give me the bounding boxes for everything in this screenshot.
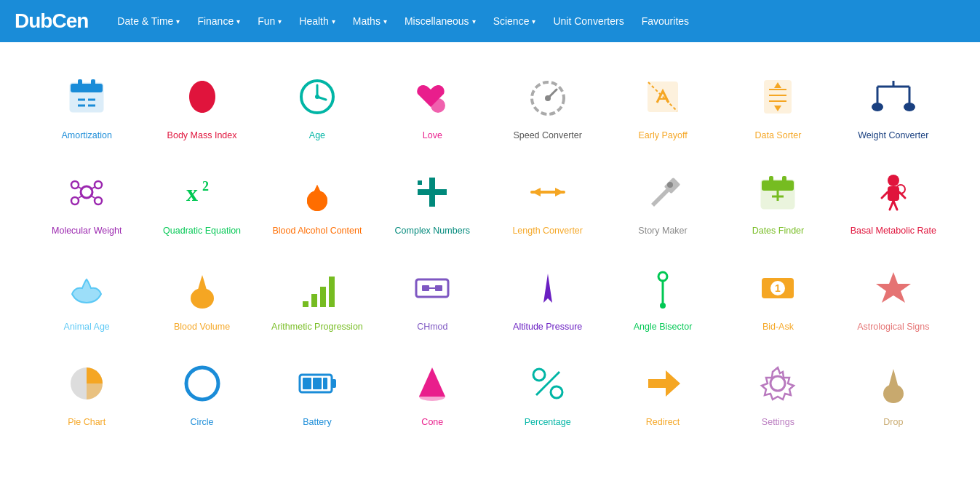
card-dates-finder[interactable]: Dates Finder: [720, 152, 835, 247]
svg-point-91: [533, 369, 545, 381]
chmod-icon: [407, 263, 458, 314]
pie-chart-icon: [61, 358, 112, 409]
card-label-quadratic-equation: Quadratic Equation: [163, 225, 241, 236]
card-molecular-weight[interactable]: Molecular Weight: [29, 152, 144, 247]
card-chmod[interactable]: CHmod: [375, 248, 490, 343]
data-sorter-icon: [752, 71, 803, 122]
card-percentage[interactable]: Percentage: [490, 343, 605, 439]
svg-point-33: [95, 181, 102, 188]
nav-item-finance[interactable]: Finance ▾: [190, 11, 247, 31]
length-converter-icon: [522, 167, 573, 218]
svg-point-35: [95, 197, 102, 204]
card-length-converter[interactable]: Length Converter: [490, 152, 605, 247]
astrological-signs-icon: [868, 263, 919, 314]
card-label-early-payoff: Early Payoff: [638, 130, 687, 141]
card-label-arithmetic-progression: Arithmetic Progression: [271, 321, 363, 333]
svg-rect-1: [71, 84, 103, 92]
nav-item-health[interactable]: Health ▾: [292, 11, 342, 31]
basal-metabolic-rate-icon: [868, 167, 919, 218]
card-basal-metabolic-rate[interactable]: Basal Metabolic Rate: [836, 152, 951, 247]
animal-age-icon: [61, 263, 112, 314]
svg-line-63: [893, 201, 897, 210]
svg-line-11: [317, 97, 326, 100]
svg-rect-56: [769, 176, 773, 185]
love-icon: [407, 71, 458, 122]
card-label-molecular-weight: Molecular Weight: [52, 225, 121, 236]
card-weight-converter[interactable]: Weight Converter: [836, 57, 951, 152]
card-label-astrological-signs: Astrological Signs: [857, 321, 929, 333]
svg-rect-68: [320, 287, 326, 307]
card-blood-alcohol-content[interactable]: Blood Alcohol Content: [260, 152, 375, 247]
card-settings[interactable]: Settings: [720, 343, 835, 439]
svg-point-83: [186, 367, 218, 399]
battery-icon: [292, 358, 343, 409]
card-age[interactable]: Age: [260, 57, 375, 152]
card-angle-bisector[interactable]: Angle Bisector: [605, 248, 720, 343]
early-payoff-icon: [637, 71, 688, 122]
svg-rect-87: [313, 378, 322, 389]
nav-item-science[interactable]: Science ▾: [486, 11, 543, 31]
card-complex-numbers[interactable]: Complex Numbers: [375, 152, 490, 247]
svg-rect-85: [332, 379, 336, 388]
svg-point-75: [658, 272, 667, 281]
redirect-icon: [637, 358, 688, 409]
card-speed-converter[interactable]: Speed Converter: [490, 57, 605, 152]
nav-item-date-&-time[interactable]: Date & Time ▾: [110, 11, 187, 31]
card-quadratic-equation[interactable]: x 2 Quadratic Equation: [144, 152, 259, 247]
nav-item-fun[interactable]: Fun ▾: [250, 11, 289, 31]
card-redirect[interactable]: Redirect: [605, 343, 720, 439]
svg-line-60: [882, 192, 888, 198]
amortization-icon: [61, 71, 112, 122]
card-label-blood-volume: Blood Volume: [174, 321, 230, 333]
card-label-love: Love: [423, 130, 442, 141]
card-cone[interactable]: Cone: [375, 343, 490, 439]
settings-icon: [752, 358, 803, 409]
card-body-mass-index[interactable]: Body Mass Index: [144, 57, 259, 152]
card-astrological-signs[interactable]: Astrological Signs: [836, 248, 951, 343]
svg-text:x: x: [186, 180, 198, 206]
nav-item-unit-converters[interactable]: Unit Converters: [546, 11, 631, 31]
svg-marker-90: [419, 367, 445, 397]
card-pie-chart[interactable]: Pie Chart: [29, 343, 144, 439]
card-label-body-mass-index: Body Mass Index: [167, 130, 237, 141]
card-label-speed-converter: Speed Converter: [513, 130, 582, 141]
complex-numbers-icon: [407, 167, 458, 218]
bid-ask-icon: 1: [752, 263, 803, 314]
blood-volume-icon: [177, 263, 228, 314]
card-label-weight-converter: Weight Converter: [858, 130, 928, 141]
age-icon: [292, 71, 343, 122]
card-early-payoff[interactable]: Early Payoff: [605, 57, 720, 152]
card-circle[interactable]: Circle: [144, 343, 259, 439]
svg-marker-81: [876, 272, 911, 303]
card-arithmetic-progression[interactable]: Arithmetic Progression: [260, 248, 375, 343]
card-data-sorter[interactable]: Data Sorter: [720, 57, 835, 152]
nav-item-maths[interactable]: Maths ▾: [346, 11, 394, 31]
svg-point-58: [888, 175, 899, 186]
nav-item-miscellaneous[interactable]: Miscellaneous ▾: [397, 11, 483, 31]
svg-rect-59: [888, 186, 899, 201]
svg-line-39: [91, 196, 95, 198]
svg-point-51: [667, 182, 673, 188]
card-bid-ask[interactable]: 1 Bid-Ask: [720, 248, 835, 343]
svg-rect-46: [418, 180, 422, 185]
svg-point-32: [71, 181, 79, 188]
card-label-redirect: Redirect: [646, 416, 680, 428]
percentage-icon: [522, 358, 573, 409]
svg-rect-66: [303, 301, 308, 307]
card-label-altitude-pressure: Altitude Pressure: [513, 321, 582, 333]
card-animal-age[interactable]: Animal Age: [29, 248, 144, 343]
card-label-blood-alcohol-content: Blood Alcohol Content: [272, 225, 362, 236]
card-amortization[interactable]: Amortization: [29, 57, 144, 152]
card-drop[interactable]: Drop: [836, 343, 951, 439]
card-story-maker[interactable]: Story Maker: [605, 152, 720, 247]
navbar: DubCen Date & Time ▾Finance ▾Fun ▾Health…: [0, 0, 980, 42]
card-blood-volume[interactable]: Blood Volume: [144, 248, 259, 343]
card-love[interactable]: Love: [375, 57, 490, 152]
logo[interactable]: DubCen: [15, 9, 88, 33]
card-battery[interactable]: Battery: [260, 343, 375, 439]
logo-part1: Dub: [15, 9, 52, 32]
nav-item-favourites[interactable]: Favourites: [634, 11, 696, 31]
card-altitude-pressure[interactable]: Altitude Pressure: [490, 248, 605, 343]
nav-menu: Date & Time ▾Finance ▾Fun ▾Health ▾Maths…: [110, 11, 696, 31]
card-label-complex-numbers: Complex Numbers: [395, 225, 471, 236]
